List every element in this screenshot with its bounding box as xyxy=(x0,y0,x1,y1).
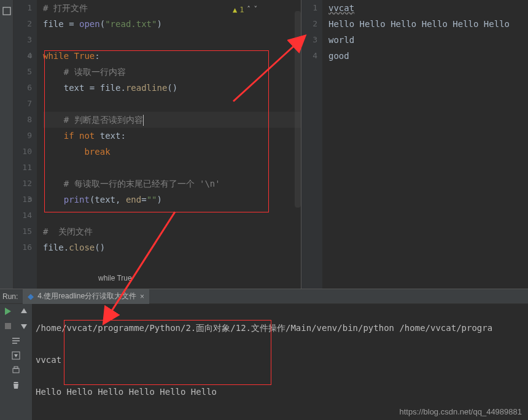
scroll-to-end-icon[interactable] xyxy=(11,351,21,360)
preview-line[interactable]: Hello Hello Hello Hello Hello Hello xyxy=(328,16,528,32)
editor-scrollbar[interactable] xyxy=(295,11,301,208)
svg-rect-0 xyxy=(3,7,10,15)
svg-rect-3 xyxy=(5,323,11,329)
console-line: Hello Hello Hello Hello Hello Hello xyxy=(36,384,528,400)
svg-marker-2 xyxy=(21,308,27,313)
svg-rect-7 xyxy=(13,368,19,373)
text-caret xyxy=(143,115,144,126)
stop-icon[interactable] xyxy=(3,321,13,331)
preview-line[interactable]: vvcat xyxy=(328,0,528,16)
preview-line[interactable]: good xyxy=(328,48,528,64)
project-icon[interactable] xyxy=(2,6,12,16)
chevron-up-icon[interactable]: ˆ xyxy=(247,2,251,18)
console-line: world xyxy=(36,416,528,420)
preview-line[interactable]: world xyxy=(328,32,528,48)
delete-icon[interactable] xyxy=(11,380,21,390)
up-trace-icon[interactable] xyxy=(19,306,29,316)
svg-marker-4 xyxy=(21,324,27,329)
chevron-down-icon[interactable]: ˇ xyxy=(254,2,258,18)
warning-count: 1 xyxy=(239,2,244,18)
code-line[interactable] xyxy=(43,96,301,112)
code-line[interactable]: # 读取一行内容 xyxy=(43,64,301,80)
watermark: https://blog.csdn.net/qq_44989881 xyxy=(400,407,522,416)
code-line[interactable]: ⊟while True: xyxy=(43,48,301,64)
svg-rect-8 xyxy=(14,367,18,368)
code-line[interactable]: file.close() xyxy=(43,239,301,255)
run-tool-window: Run: ◆ 4.使用readline分行读取大文件 × /home/vvcat… xyxy=(0,289,528,420)
close-icon[interactable]: × xyxy=(140,292,144,301)
svg-marker-6 xyxy=(14,354,18,357)
code-editor[interactable]: 1 2 3 4 5 6 7 8 9 10 11 12 13 14 15 16 ▲… xyxy=(14,0,301,289)
inspection-badge[interactable]: ▲ 1 ˆ ˇ xyxy=(233,2,258,18)
code-line[interactable]: text = file.readline() xyxy=(43,80,301,96)
down-trace-icon[interactable] xyxy=(19,321,29,331)
code-line[interactable] xyxy=(43,160,301,176)
run-tab-label: 4.使用readline分行读取大文件 xyxy=(37,291,136,301)
console-line: /home/vvcat/programme/Python/2.面向对象/12.文… xyxy=(36,320,528,336)
code-line[interactable]: ⊟ print(text, end="") xyxy=(43,192,301,208)
run-tabs: Run: ◆ 4.使用readline分行读取大文件 × xyxy=(0,289,528,304)
line-gutter: 1 2 3 4 xyxy=(301,0,322,289)
code-line[interactable]: file = open("read.txt") xyxy=(43,16,301,32)
code-line[interactable]: # 关闭文件 xyxy=(43,224,301,239)
run-console[interactable]: /home/vvcat/programme/Python/2.面向对象/12.文… xyxy=(32,304,528,420)
code-line[interactable] xyxy=(43,32,301,48)
breadcrumb[interactable]: while True xyxy=(98,270,132,286)
code-line-active[interactable]: # 判断是否读到内容 xyxy=(43,112,301,128)
print-icon[interactable] xyxy=(11,365,21,375)
code-line[interactable] xyxy=(43,208,301,224)
run-tab[interactable]: ◆ 4.使用readline分行读取大文件 × xyxy=(23,289,149,304)
code-line[interactable]: # 打开文件 xyxy=(43,0,301,16)
project-sidebar xyxy=(0,0,14,289)
python-icon: ◆ xyxy=(28,292,34,301)
svg-marker-1 xyxy=(5,308,11,315)
fold-end-icon[interactable]: ⊟ xyxy=(28,192,32,208)
line-gutter: 1 2 3 4 5 6 7 8 9 10 11 12 13 14 15 16 xyxy=(14,0,37,289)
console-line: vvcat xyxy=(36,352,528,368)
rerun-icon[interactable] xyxy=(3,306,13,316)
preview-editor[interactable]: 1 2 3 4 vvcat Hello Hello Hello Hello He… xyxy=(301,0,528,289)
run-toolbar xyxy=(0,304,32,420)
run-label: Run: xyxy=(2,292,23,301)
preview-area[interactable]: vvcat Hello Hello Hello Hello Hello Hell… xyxy=(322,0,528,289)
soft-wrap-icon[interactable] xyxy=(11,336,21,346)
code-line[interactable]: if not text: xyxy=(43,128,301,144)
fold-icon[interactable]: ⊟ xyxy=(28,48,32,64)
code-area[interactable]: ▲ 1 ˆ ˇ # 打开文件 file = open("read.txt") ⊟… xyxy=(37,0,301,289)
code-line[interactable]: # 每读取一行的末尾已经有了一个 '\n' xyxy=(43,176,301,192)
warning-icon: ▲ xyxy=(233,2,237,18)
code-line[interactable]: break xyxy=(43,144,301,160)
